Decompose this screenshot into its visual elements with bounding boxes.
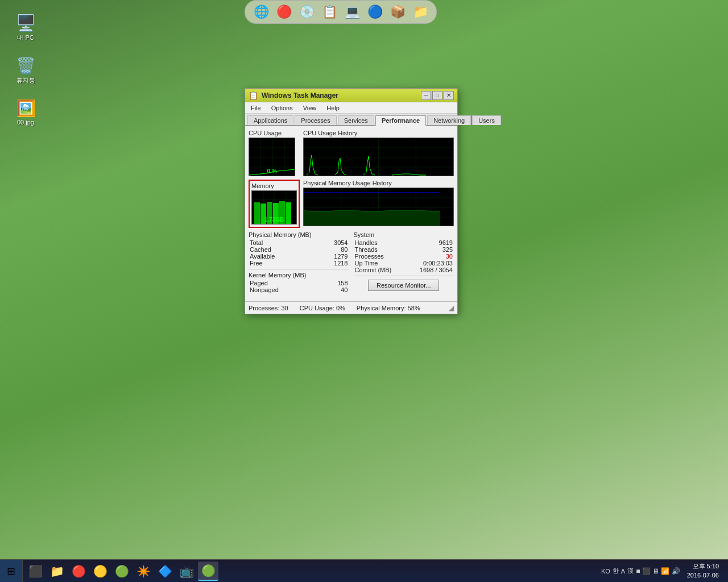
total-key: Total — [250, 239, 263, 246]
desktop-icon-image[interactable]: 🖼️ 00.jpg — [6, 97, 46, 128]
memory-box: Memory — [249, 180, 300, 228]
uptime-row: Up Time 0:00:23:03 — [354, 260, 454, 267]
commit-key: Commit (MB) — [355, 267, 392, 273]
taskbar-apps: ⬛ 📁 🔴 🟡 🟢 ✴️ 🔷 📺 🟢 — [23, 562, 597, 581]
svg-rect-18 — [254, 202, 260, 224]
tray-ko: KO — [601, 568, 610, 575]
ql-icon-8[interactable]: 📁 — [411, 3, 429, 21]
total-val: 3054 — [334, 239, 348, 246]
ql-icon-3[interactable]: 💿 — [297, 3, 316, 21]
quick-launch-bar: 🌐 🔴 💿 📋 💻 🔵 📦 📁 — [245, 0, 437, 24]
menu-bar: File Options View Help — [245, 102, 457, 114]
available-key: Available — [250, 253, 275, 260]
nonpaged-key: Nonpaged — [250, 286, 279, 293]
ql-icon-6[interactable]: 🔵 — [366, 3, 384, 21]
handles-key: Handles — [355, 239, 378, 246]
commit-val: 1698 / 3054 — [420, 267, 453, 273]
svg-rect-23 — [286, 202, 291, 224]
desktop: 🖥️ 내 PC 🗑️ 휴지통 🖼️ 00.jpg 🌐 🔴 💿 📋 💻 🔵 📦 📁… — [0, 0, 728, 582]
memory-label: Memory — [251, 182, 297, 189]
kernel-mem-group-label: Kernel Memory (MB) — [249, 272, 349, 278]
taskbar-app-screen[interactable]: 📺 — [176, 562, 197, 581]
cpu-history-label: CPU Usage History — [303, 130, 454, 136]
my-pc-icon: 🖥️ — [14, 14, 37, 32]
tray-han: 한 — [613, 567, 619, 575]
phys-memory-label: Physical Memory Usage History — [303, 180, 454, 186]
window-controls: ─ □ ✕ — [421, 91, 454, 100]
processes-row: Processes 30 — [354, 253, 454, 260]
window-icon: 📋 — [249, 91, 258, 100]
memory-box-outer: Memory — [249, 180, 300, 228]
taskbar: ⊞ ⬛ 📁 🔴 🟡 🟢 ✴️ 🔷 📺 🟢 KO 한 A 漢 ■ ⬛ 🖥 📶 🔊 … — [0, 559, 728, 582]
cpu-value: 0 % — [267, 168, 276, 174]
ql-icon-5[interactable]: 💻 — [343, 3, 361, 21]
image-label: 00.jpg — [17, 119, 34, 126]
taskbar-app-explorer[interactable]: 📁 — [47, 562, 67, 581]
threads-key: Threads — [355, 246, 378, 253]
paged-row: Paged 158 — [249, 280, 349, 286]
tray-clock[interactable]: 오후 5:10 2016-07-06 — [682, 562, 723, 580]
image-icon: 🖼️ — [14, 99, 37, 117]
tab-services[interactable]: Services — [338, 115, 374, 125]
taskbar-app-blue[interactable]: 🔷 — [155, 562, 175, 581]
ql-icon-2[interactable]: 🔴 — [275, 3, 293, 21]
phys-memory-chart — [303, 188, 454, 226]
window-title: Windows Task Manager — [262, 92, 421, 99]
tab-processes[interactable]: Processes — [295, 115, 336, 125]
tab-networking[interactable]: Networking — [427, 115, 471, 125]
ql-icon-7[interactable]: 📦 — [388, 3, 407, 21]
recycle-icon: 🗑️ — [14, 56, 37, 74]
my-pc-label: 내 PC — [17, 34, 34, 42]
phys-memory-svg — [304, 188, 453, 226]
info-col-right: System Handles 9619 Threads 325 Processe… — [354, 231, 454, 294]
status-bar: Processes: 30 CPU Usage: 0% Physical Mem… — [245, 301, 457, 314]
cached-val: 80 — [341, 246, 348, 253]
phys-memory-history-box: Physical Memory Usage History — [303, 180, 454, 228]
tab-users[interactable]: Users — [472, 115, 501, 125]
titlebar[interactable]: 📋 Windows Task Manager ─ □ ✕ — [245, 89, 457, 102]
info-col-left: Physical Memory (MB) Total 3054 Cached 8… — [249, 231, 349, 294]
menu-options[interactable]: Options — [268, 104, 296, 112]
clock-date: 2016-07-06 — [687, 571, 719, 580]
uptime-key: Up Time — [355, 260, 378, 267]
processes-val: 30 — [446, 253, 453, 260]
resize-grip[interactable]: ◢ — [449, 304, 454, 312]
resource-monitor-button[interactable]: Resource Monitor... — [368, 280, 439, 291]
taskbar-app-green1[interactable]: 🟢 — [111, 562, 132, 581]
tab-applications[interactable]: Applications — [247, 115, 293, 125]
taskbar-app-asterisk[interactable]: ✴️ — [133, 562, 154, 581]
menu-file[interactable]: File — [247, 104, 264, 112]
system-group-label: System — [354, 231, 454, 238]
handles-val: 9619 — [439, 239, 453, 246]
taskbar-app-rar[interactable]: 🟡 — [90, 562, 110, 581]
ql-icon-1[interactable]: 🌐 — [252, 3, 270, 21]
divider-1 — [249, 269, 349, 269]
cpu-label: CPU Usage — [249, 130, 300, 136]
tab-performance[interactable]: Performance — [375, 115, 426, 126]
performance-content: CPU Usage 0 % — [245, 126, 457, 301]
status-processes: Processes: 30 — [249, 305, 288, 311]
tray-area: KO 한 A 漢 ■ ⬛ 🖥 📶 🔊 오후 5:10 2016-07-06 — [597, 562, 728, 580]
threads-row: Threads 325 — [354, 246, 454, 253]
start-button[interactable]: ⊞ — [0, 560, 23, 583]
nonpaged-row: Nonpaged 40 — [249, 286, 349, 293]
free-val: 1218 — [334, 260, 348, 267]
maximize-button[interactable]: □ — [432, 91, 442, 100]
menu-help[interactable]: Help — [323, 104, 343, 112]
tray-a: A — [621, 568, 625, 575]
minimize-button[interactable]: ─ — [421, 91, 431, 100]
ql-icon-4[interactable]: 📋 — [320, 3, 338, 21]
free-key: Free — [250, 260, 263, 267]
desktop-icon-my-pc[interactable]: 🖥️ 내 PC — [6, 11, 46, 44]
taskbar-app-cmd[interactable]: ⬛ — [25, 562, 46, 581]
taskbar-app-green2[interactable]: 🟢 — [198, 562, 218, 581]
task-manager-window: 📋 Windows Task Manager ─ □ ✕ File Option… — [245, 88, 458, 314]
cpu-charts-row: CPU Usage 0 % — [249, 130, 454, 176]
menu-view[interactable]: View — [300, 104, 320, 112]
free-row: Free 1218 — [249, 260, 349, 267]
desktop-icon-recycle[interactable]: 🗑️ 휴지통 — [6, 54, 46, 87]
cpu-usage-box: CPU Usage 0 % — [249, 130, 300, 176]
taskbar-app-opera[interactable]: 🔴 — [68, 562, 89, 581]
memory-value: 1.73GB — [264, 217, 284, 223]
close-button[interactable]: ✕ — [444, 91, 454, 100]
